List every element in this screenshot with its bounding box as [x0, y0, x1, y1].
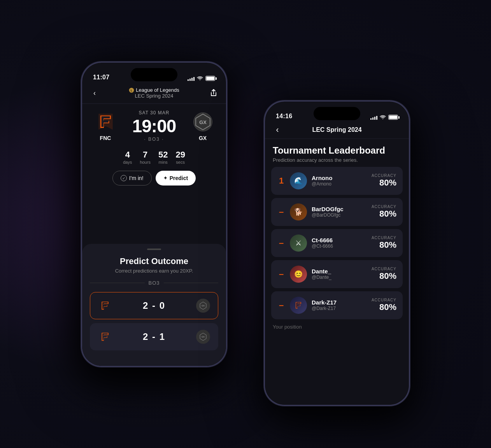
lb-accuracy-label-4: ACCURACY [372, 267, 396, 271]
sheet-handle [147, 248, 161, 250]
left-phone-screen: 11:07 [82, 63, 226, 366]
left-phone-content: ‹ L League of Legends LEC Spring 2024 [82, 84, 226, 366]
bo-line-right [164, 283, 219, 283]
fnc-logo [95, 111, 116, 133]
back-button-right[interactable]: ‹ [273, 125, 282, 135]
match-header: ‹ L League of Legends LEC Spring 2024 [82, 84, 226, 104]
share-icon [210, 89, 217, 97]
pred-score-2: 2 - 1 [143, 331, 165, 342]
countdown-secs-value: 29 [175, 150, 185, 160]
leaderboard-item-1[interactable]: 1 🌊 Arnono @Arnono ACCURACY 80% [271, 167, 403, 195]
team-gx: GX GX [187, 111, 218, 141]
back-button-left[interactable]: ‹ [90, 88, 99, 98]
lb-avatar-1: 🌊 [290, 172, 307, 189]
lb-user-2: BarDOGfgc @BarDOGfgc [312, 206, 367, 218]
leaderboard-subtitle: Prediction accuracy across the series. [273, 157, 401, 163]
signal-bar-1 [188, 79, 189, 81]
match-format: · BO3 · [121, 136, 187, 142]
im-in-label: I'm in! [129, 175, 144, 181]
lb-accuracy-label-3: ACCURACY [372, 236, 396, 240]
match-game: L League of Legends [129, 87, 179, 93]
lb-accuracy-label-5: ACCURACY [372, 298, 396, 302]
battery-fill-left [206, 77, 214, 80]
lb-user-1: Arnono @Arnono [312, 175, 367, 187]
countdown-mins-label: mins [158, 160, 168, 164]
svg-text:GX: GX [202, 336, 205, 338]
countdown-days-value: 4 [123, 150, 132, 160]
leaderboard-item-3[interactable]: – ⚔ Ct-6666 @Ct-6666 ACCURACY 80% [271, 229, 403, 257]
lol-icon: L [129, 88, 134, 93]
pred-score-1: 2 - 0 [143, 300, 165, 311]
lb-rank-2: – [277, 207, 285, 217]
battery-icon-right [388, 115, 398, 120]
lb-username-4: Dante_ [312, 268, 367, 275]
countdown-hours-value: 7 [140, 150, 151, 160]
svg-text:GX: GX [202, 304, 205, 307]
right-phone: 14:16 [265, 102, 409, 405]
lb-accuracy-5: ACCURACY 80% [372, 298, 396, 312]
action-buttons: ✓ I'm in! ✦ Predict [82, 171, 226, 192]
im-in-button[interactable]: ✓ I'm in! [112, 171, 152, 186]
predict-option-2-0[interactable]: 2 - 0 GX [90, 292, 218, 319]
lb-rank-4: – [277, 269, 285, 279]
leaderboard-item-2[interactable]: – 🐕 BarDOGfgc @BarDOGfgc ACCURACY 80% [271, 198, 403, 226]
dynamic-island-left [131, 68, 177, 81]
match-time: 19:00 [121, 117, 187, 135]
lb-rank-3: – [277, 238, 285, 248]
countdown-hours-label: hours [140, 160, 151, 164]
leaderboard-item-4[interactable]: – 😊 Dante_ @Dante_ ACCURACY 80% [271, 260, 403, 288]
match-tournament-label: LEC Spring 2024 [129, 93, 179, 99]
predict-option-2-1[interactable]: 2 - 1 GX [90, 323, 218, 350]
sig-r-2 [372, 117, 374, 120]
right-phone-screen: 14:16 [265, 102, 409, 405]
leaderboard-item-5[interactable]: – Dark-Z17 @Dark-Z17 ACCURACY [271, 291, 403, 319]
signal-bar-2 [189, 79, 191, 81]
pred-gx-logo-1: GX [196, 299, 210, 313]
lb-handle-5: @Dark-Z17 [312, 306, 367, 311]
team-fnc: FNC [90, 111, 121, 141]
pred-gx-svg-2: GX [198, 332, 208, 341]
countdown-mins: 52 mins [158, 150, 168, 164]
pred-fnc-svg-2 [98, 331, 112, 343]
team-gx-name: GX [199, 135, 207, 141]
predict-button[interactable]: ✦ Predict [156, 171, 196, 186]
lb-accuracy-value-5: 80% [372, 302, 396, 312]
svg-text:GX: GX [199, 119, 207, 125]
sig-r-1 [370, 118, 372, 120]
lb-accuracy-1: ACCURACY 80% [372, 173, 396, 188]
countdown: 4 days 7 hours 52 mins 29 secs [82, 148, 226, 171]
lb-avatar-4: 😊 [290, 266, 307, 283]
signal-bar-3 [191, 78, 193, 81]
lb-username-2: BarDOGfgc [312, 206, 367, 212]
phones-container: 11:07 [70, 39, 421, 409]
lb-accuracy-label-1: ACCURACY [372, 173, 396, 178]
pred-fnc-logo-1 [98, 299, 112, 313]
predict-subtitle: Correct predictions earn you 20XP. [90, 268, 218, 274]
lb-username-1: Arnono [312, 175, 367, 181]
lb-fnc-avatar [293, 300, 304, 311]
leaderboard-title: Tournament Leaderboard [273, 145, 401, 156]
match-title: L League of Legends LEC Spring 2024 [129, 87, 179, 99]
lb-accuracy-3: ACCURACY 80% [372, 236, 396, 250]
predict-sheet: Predict Outcome Correct predictions earn… [82, 244, 226, 366]
lb-handle-3: @Ct-6666 [312, 243, 367, 249]
share-button[interactable] [209, 88, 218, 98]
leaderboard-list: 1 🌊 Arnono @Arnono ACCURACY 80% – [265, 167, 409, 319]
team-fnc-name: FNC [100, 135, 111, 141]
wifi-icon-right [380, 115, 386, 120]
status-icons-left [188, 76, 215, 81]
leaderboard-nav: ‹ LEC Spring 2024 [265, 123, 409, 139]
predict-outcome-title: Predict Outcome [90, 256, 218, 266]
svg-text:L: L [131, 89, 132, 91]
battery-icon-left [205, 76, 215, 81]
time-left: 11:07 [93, 74, 109, 81]
lb-accuracy-2: ACCURACY 80% [372, 205, 396, 219]
countdown-days-label: days [123, 160, 132, 164]
wifi-icon-left [197, 76, 203, 81]
gx-logo: GX [192, 111, 214, 133]
lb-handle-4: @Dante_ [312, 275, 367, 280]
lb-username-3: Ct-6666 [312, 237, 367, 243]
pred-fnc-svg-1 [98, 299, 112, 312]
lb-avatar-2: 🐕 [290, 203, 307, 220]
signal-icon-left [188, 76, 195, 81]
